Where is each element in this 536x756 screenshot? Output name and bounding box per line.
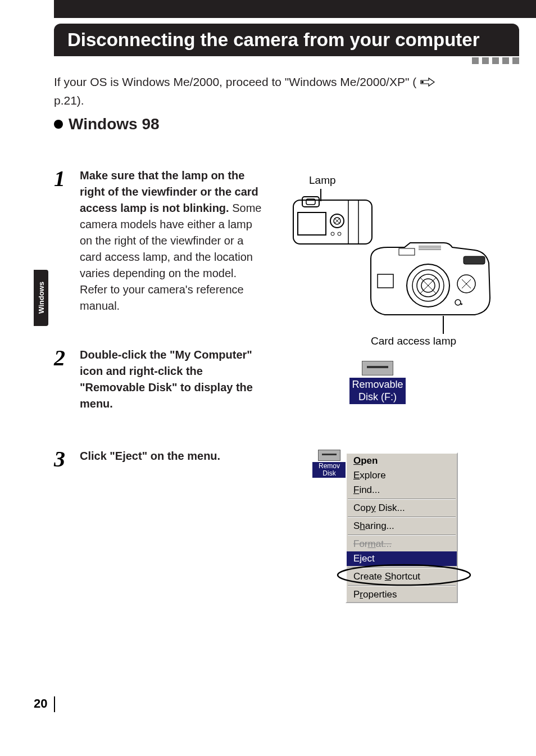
card-pointer-line [443,316,444,334]
menu-copy-disk[interactable]: Copy Disk... [347,501,457,515]
eject-highlight-circle [336,563,472,587]
remov-small-line1: Remov [319,462,340,470]
step-1-text: Make sure that the lamp on the right of … [80,168,265,314]
menu-separator [348,499,456,500]
step-2-number: 2 [54,347,71,412]
card-access-label: Card access lamp [371,335,456,347]
section-text: Windows 98 [69,115,160,133]
menu-open[interactable]: Open [347,454,457,468]
svg-point-0 [421,81,424,83]
section-heading: Windows 98 [54,115,160,133]
menu-separator [348,517,456,518]
page-title: Disconnecting the camera from your compu… [67,29,480,51]
small-drive-icon [318,450,340,461]
svg-rect-2 [302,197,319,207]
remov-small-label: Remov Disk [312,462,346,478]
menu-properties[interactable]: Properties [347,587,457,602]
step-3-text: Click "Eject" on the menu. [80,448,265,470]
camera-illustration: Lamp ▸ [287,169,494,348]
svg-point-24 [338,565,470,585]
step-3-number: 3 [54,448,71,470]
page-number-divider [54,696,55,712]
svg-text:▸: ▸ [461,301,463,306]
removable-line2: Disk (F:) [358,391,397,402]
removable-disk-icon[interactable]: Removable Disk (F:) [341,361,414,404]
step-2-text: Double-click the "My Computer" icon and … [80,347,265,412]
svg-point-7 [331,232,334,236]
decorative-dots [472,57,519,64]
disk-drive-icon [362,361,393,375]
pointing-hand-icon [420,74,435,92]
svg-point-18 [455,300,461,305]
svg-point-8 [338,232,341,236]
top-bar [54,0,536,18]
remov-small-line2: Disk [322,469,335,477]
lamp-label: Lamp [309,174,336,187]
step-2-bold: Double-click the "My Computer" icon and … [80,348,253,410]
step-2: 2 Double-click the "My Computer" icon an… [54,347,498,412]
page-number: 20 [34,696,47,711]
menu-sharing[interactable]: Sharing... [347,519,457,533]
svg-rect-16 [464,256,485,264]
intro-line1: If your OS is Windows Me/2000, proceed t… [54,75,416,88]
menu-find[interactable]: Find... [347,483,457,497]
removable-line1: Removable [352,379,403,390]
intro-line2: p.21). [54,94,84,107]
side-tab-label: Windows [37,282,46,314]
svg-rect-15 [378,274,393,288]
menu-explore[interactable]: Explore [347,468,457,483]
removable-disk-label: Removable Disk (F:) [349,378,405,404]
side-tab: Windows [34,270,48,326]
svg-rect-20 [399,248,415,255]
menu-format: Format... [347,537,457,551]
page-title-bar: Disconnecting the camera from your compu… [54,24,519,56]
step-3-bold: Click "Eject" on the menu. [80,450,220,462]
big-camera-icon: ▸ [365,242,494,326]
svg-rect-4 [298,212,326,235]
step-1-rest: Some camera models have either a lamp on… [80,202,261,312]
small-camera-icon [292,196,374,249]
remov-small-icon[interactable]: Remov Disk [312,450,346,478]
intro-text: If your OS is Windows Me/2000, proceed t… [54,73,492,110]
step-1-number: 1 [54,168,71,314]
menu-separator [348,535,456,536]
bullet-icon [54,120,63,129]
